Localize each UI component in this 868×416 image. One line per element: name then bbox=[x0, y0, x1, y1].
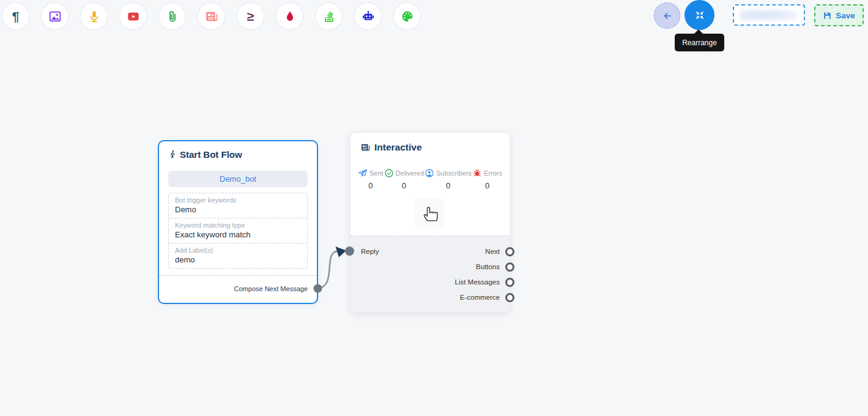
stat-label: Errors bbox=[484, 169, 502, 177]
field-value: Exact keyword match bbox=[175, 230, 301, 239]
trigger-keywords-field[interactable]: Bot trigger keywords Demo bbox=[169, 193, 307, 218]
walking-person-icon bbox=[168, 149, 177, 160]
flow-canvas[interactable]: ¶ ≥ Rearrange bbox=[0, 0, 868, 416]
paperclip-icon bbox=[166, 10, 179, 23]
stack-icon bbox=[322, 10, 336, 23]
field-label: Keyword matching type bbox=[175, 221, 301, 229]
flow-edge bbox=[318, 251, 338, 289]
hand-cursor-icon bbox=[419, 201, 441, 225]
toolbar-image-button[interactable] bbox=[41, 2, 69, 30]
toolbar-video-button[interactable] bbox=[119, 2, 147, 30]
field-value: demo bbox=[175, 255, 301, 264]
user-circle-icon bbox=[425, 168, 434, 178]
stat-value: 0 bbox=[446, 181, 450, 190]
stat-delivered: Delivered 0 bbox=[384, 168, 424, 190]
toolbar-condition-button[interactable]: ≥ bbox=[237, 2, 264, 30]
add-labels-field[interactable]: Add Label(s) demo bbox=[169, 243, 307, 268]
start-node-title: Start Bot Flow bbox=[180, 149, 242, 160]
compress-arrows-icon bbox=[694, 9, 706, 21]
robot-icon bbox=[362, 10, 375, 23]
reply-port-label: Reply bbox=[361, 248, 379, 255]
back-button[interactable] bbox=[654, 2, 680, 29]
floppy-disk-icon bbox=[823, 11, 832, 20]
palette-icon bbox=[401, 10, 414, 23]
bug-icon bbox=[472, 168, 482, 178]
newspaper-icon bbox=[360, 143, 371, 152]
start-node-fields: Bot trigger keywords Demo Keyword matchi… bbox=[168, 193, 308, 269]
paper-plane-icon bbox=[358, 168, 368, 178]
divider bbox=[159, 275, 317, 276]
check-circle-icon bbox=[384, 168, 394, 178]
stat-subscribers: Subscribers 0 bbox=[425, 168, 472, 190]
save-label: Save bbox=[836, 11, 855, 20]
toolbar-theme-button[interactable] bbox=[393, 2, 421, 30]
interactive-node-header: Interactive bbox=[360, 142, 422, 153]
pilcrow-icon: ¶ bbox=[12, 10, 20, 23]
save-button[interactable]: Save bbox=[814, 4, 864, 26]
toolbar-drip-button[interactable] bbox=[276, 2, 303, 30]
compose-next-message-label[interactable]: Compose Next Message bbox=[234, 285, 308, 292]
stats-row: Sent 0 Delivered 0 Subscribers 0 Errors … bbox=[358, 168, 502, 190]
microphone-icon bbox=[87, 10, 101, 23]
stat-sent: Sent 0 bbox=[358, 168, 384, 190]
toolbar-file-button[interactable] bbox=[158, 2, 186, 30]
arrow-left-icon bbox=[662, 10, 673, 21]
toolbar-bot-button[interactable] bbox=[354, 2, 382, 30]
port-label: Next bbox=[485, 247, 500, 256]
interactive-node-footer: Reply Next Buttons List Messages E-comme… bbox=[351, 236, 510, 312]
interactive-node-title: Interactive bbox=[374, 142, 422, 153]
toolbar-audio-button[interactable] bbox=[80, 2, 108, 30]
newspaper-icon bbox=[205, 10, 218, 23]
stat-value: 0 bbox=[485, 181, 489, 190]
bot-name-field[interactable]: Demo_bot bbox=[168, 171, 308, 187]
matching-type-field[interactable]: Keyword matching type Exact keyword matc… bbox=[169, 218, 307, 243]
toolbar-text-button[interactable]: ¶ bbox=[2, 2, 29, 30]
redacted-field[interactable] bbox=[733, 4, 805, 26]
start-node-header: Start Bot Flow bbox=[168, 149, 242, 160]
cursor-highlight bbox=[415, 198, 444, 228]
stat-label: Sent bbox=[369, 169, 384, 177]
start-bot-flow-node[interactable]: Start Bot Flow Demo_bot Bot trigger keyw… bbox=[158, 140, 318, 304]
toolbar-sequence-button[interactable] bbox=[315, 2, 343, 30]
stat-value: 0 bbox=[368, 181, 373, 190]
rearrange-tooltip: Rearrange bbox=[675, 34, 724, 51]
ecommerce-output-port[interactable] bbox=[505, 293, 514, 302]
toolbar-card-button[interactable] bbox=[198, 2, 225, 30]
youtube-icon bbox=[127, 10, 140, 23]
redacted-content bbox=[740, 9, 796, 21]
rearrange-button[interactable] bbox=[684, 0, 714, 30]
list-messages-output-port[interactable] bbox=[505, 278, 514, 287]
stat-label: Delivered bbox=[396, 169, 424, 177]
field-label: Add Label(s) bbox=[175, 247, 301, 254]
stat-errors: Errors 0 bbox=[472, 168, 502, 190]
stat-label: Subscribers bbox=[436, 169, 472, 177]
interactive-node[interactable]: Interactive Sent 0 Delivered 0 Subscribe… bbox=[350, 132, 510, 313]
field-value: Demo bbox=[175, 205, 301, 214]
port-label: Buttons bbox=[476, 262, 500, 272]
field-label: Bot trigger keywords bbox=[175, 196, 301, 204]
stat-value: 0 bbox=[402, 181, 406, 190]
image-icon bbox=[48, 10, 62, 23]
edge-arrowhead-icon bbox=[336, 247, 347, 258]
buttons-output-port[interactable] bbox=[505, 262, 514, 272]
droplet-icon bbox=[283, 10, 297, 23]
port-label: List Messages bbox=[454, 278, 500, 287]
greater-equal-icon: ≥ bbox=[247, 10, 254, 23]
next-output-port[interactable] bbox=[505, 247, 514, 256]
port-label: E-commerce bbox=[460, 293, 500, 302]
